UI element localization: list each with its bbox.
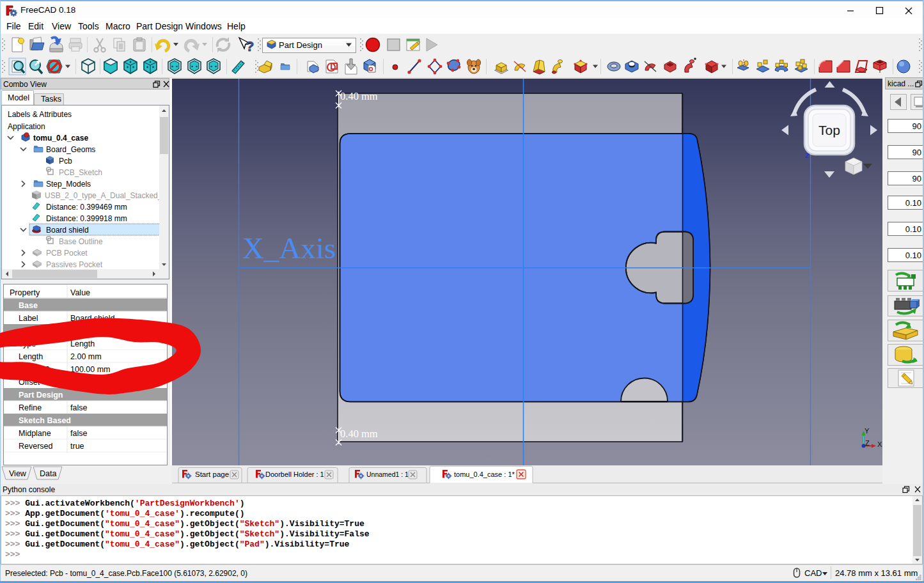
svg-text:Distance: 0.399469 mm: Distance: 0.399469 mm: [46, 203, 127, 212]
svg-text:Value: Value: [70, 288, 90, 297]
svg-text:tomu_0.4_case: tomu_0.4_case: [33, 134, 88, 143]
svg-text:Z: Z: [865, 439, 870, 447]
svg-text:Top: Top: [818, 123, 840, 137]
svg-text:Part Design: Part Design: [279, 40, 322, 50]
svg-text:0.40 mm: 0.40 mm: [340, 90, 378, 102]
svg-text:Data: Data: [40, 469, 56, 478]
svg-text:View: View: [9, 469, 27, 478]
svg-text:Unnamed1 : 1*: Unnamed1 : 1*: [366, 470, 411, 478]
svg-text:z: z: [804, 150, 810, 160]
svg-text:Board shield: Board shield: [46, 226, 89, 235]
svg-text:USB_2_0_type_A_Dual_Stacked_ja: USB_2_0_type_A_Dual_Stacked_jac: [45, 191, 169, 200]
svg-text:Distance: 0.399918 mm: Distance: 0.399918 mm: [46, 214, 127, 223]
svg-text:X_Axis: X_Axis: [242, 231, 336, 265]
svg-text:?: ?: [246, 38, 254, 54]
svg-text:Pcb: Pcb: [59, 157, 72, 166]
svg-text:Y: Y: [865, 427, 870, 435]
svg-text:Doorbell Holder : 1: Doorbell Holder : 1: [265, 470, 324, 478]
svg-text:PCB Pocket: PCB Pocket: [46, 249, 88, 258]
svg-text:0.40 mm: 0.40 mm: [340, 428, 378, 440]
svg-text:Step_Models: Step_Models: [46, 180, 91, 189]
svg-text:Property: Property: [10, 288, 40, 297]
svg-text:Labels & Attributes: Labels & Attributes: [8, 110, 72, 119]
svg-text:tomu_0.4_case : 1*: tomu_0.4_case : 1*: [454, 470, 515, 478]
svg-text:Base Outline: Base Outline: [59, 237, 103, 246]
svg-text:Sketch Based: Sketch Based: [19, 416, 71, 425]
svg-text:true: true: [70, 442, 84, 451]
svg-text:Application: Application: [8, 122, 45, 131]
svg-text:PCB_Sketch: PCB_Sketch: [59, 168, 102, 177]
svg-text:Passives Pocket: Passives Pocket: [46, 260, 103, 269]
svg-text:Reversed: Reversed: [19, 442, 53, 451]
svg-text:X: X: [877, 440, 882, 448]
svg-text:Board_Geoms: Board_Geoms: [46, 145, 95, 154]
svg-text:Start page: Start page: [195, 470, 229, 478]
svg-text:false: false: [70, 429, 87, 438]
svg-text:Midplane: Midplane: [19, 429, 51, 438]
